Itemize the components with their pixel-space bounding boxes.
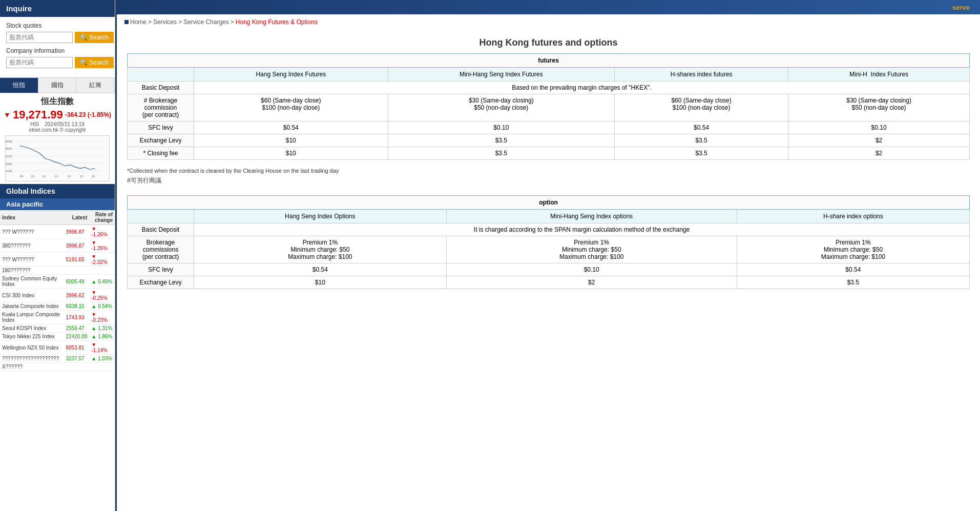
svg-text:19305: 19305 — [6, 162, 13, 166]
table-row: Exchange Levy $10 $3.5 $3.5 $2 — [128, 134, 970, 147]
index-rate: ▼ -1.14% — [89, 341, 115, 355]
svg-text:09: 09 — [20, 175, 24, 178]
breadcrumb-services[interactable]: Services — [153, 18, 177, 26]
list-item: 380??????? 3996.87 ▼ -1.26% — [0, 239, 115, 253]
table-row: Brokerage commissions(per contract) Prem… — [128, 236, 970, 263]
options-col-hsi: Hang Seng Index Options — [194, 210, 447, 223]
search-icon-2: 🔍 — [80, 59, 88, 66]
svg-text:11: 11 — [43, 175, 46, 178]
index-rate: ▼ -2.02% — [89, 253, 115, 267]
table-row: * Closing fee $10 $3.5 $3.5 $2 — [128, 147, 970, 160]
opt-sfc-levy-label: SFC levy — [128, 263, 194, 276]
index-latest: 6005.49 — [64, 275, 90, 289]
closing-fee-label: * Closing fee — [128, 147, 194, 160]
index-rate: ▼ -0.23% — [89, 311, 115, 324]
down-arrow-icon: ▼ — [4, 111, 11, 119]
index-name: X?????? — [0, 363, 64, 371]
svg-text:19415: 19415 — [6, 155, 13, 158]
index-title: 恒生指數 — [0, 93, 115, 108]
tab-heng-seng[interactable]: 恒指 — [0, 78, 38, 93]
stock-chart: .grid-line { stroke: #ddd; stroke-width:… — [5, 135, 110, 181]
opt-brokerage-hsi: Premium 1%Minimum charge: $50Maximum cha… — [194, 236, 447, 263]
sfc-levy-hsi: $0.54 — [194, 121, 388, 134]
index-rate: ▲ 1.03% — [89, 355, 115, 363]
exchange-levy-minih: $2 — [788, 134, 970, 147]
serve-label: serve — [952, 4, 970, 11]
index-latest: 5191.65 — [64, 253, 90, 267]
breadcrumb: Home > Services > Service Charges > Hong… — [117, 14, 980, 30]
indices-table: index Latest Rate of change ??? W?????? … — [0, 210, 115, 371]
brokerage-mini-hsi: $30 (Same-day closing)$50 (non-day close… — [388, 94, 615, 121]
opt-basic-deposit-label: Basic Deposit — [128, 223, 194, 236]
list-item: Sydney Common Equity Index 6005.49 ▲ 0.4… — [0, 275, 115, 289]
exchange-levy-label: Exchange Levy — [128, 134, 194, 147]
opt-sfc-levy-hshares: $0.54 — [737, 263, 969, 276]
index-name: ??? W?????? — [0, 225, 64, 239]
list-item: Jakarta Composite Index 6038.15 ▲ 0.54% — [0, 302, 115, 311]
breadcrumb-service-charges[interactable]: Service Charges — [183, 18, 229, 26]
stock-quotes-section: Stock quotes 🔍 Search Company informatio… — [0, 17, 115, 77]
index-rate: ▼ -0.25% — [89, 289, 115, 302]
svg-text:14: 14 — [68, 175, 71, 178]
breadcrumb-home[interactable]: Home — [130, 18, 147, 26]
stock-search-input[interactable] — [6, 32, 73, 43]
futures-col-hshares: H-shares index futures — [615, 68, 788, 81]
sfc-levy-mini-hsi: $0.10 — [388, 121, 615, 134]
closing-fee-minih: $2 — [788, 147, 970, 160]
index-value: ▼ 19,271.99 -364.23 (-1.85%) — [0, 108, 115, 121]
index-name: 380??????? — [0, 239, 64, 253]
basic-deposit-value: Based on the prevailing margin charges o… — [194, 81, 970, 94]
index-name: Sydney Common Equity Index — [0, 275, 64, 289]
company-search-button[interactable]: 🔍 Search — [75, 57, 114, 68]
breadcrumb-current: Hong Kong Futures & Options — [236, 18, 318, 26]
basic-deposit-label: Basic Deposit — [128, 81, 194, 94]
futures-col-mini-hsi: Mini-Hang Seng Index Futures — [388, 68, 615, 81]
opt-exchange-levy-hsi: $10 — [194, 276, 447, 289]
options-col-hshares: H-share index options — [737, 210, 969, 223]
index-latest: 1743.93 — [64, 311, 90, 324]
list-item: ??? W?????? 3996.87 ▼ -1.26% — [0, 225, 115, 239]
company-search-row: 🔍 Search — [6, 57, 109, 68]
opt-brokerage-label: Brokerage commissions(per contract) — [128, 236, 194, 263]
futures-col-hsi: Hang Seng Index Futures — [194, 68, 388, 81]
tab-hong-chou[interactable]: 紅籌 — [76, 78, 115, 93]
index-rate: ▼ -1.26% — [89, 239, 115, 253]
options-empty-header — [128, 210, 194, 223]
search-icon: 🔍 — [80, 34, 88, 41]
list-item: 180??????? — [0, 267, 115, 275]
index-latest — [64, 267, 90, 275]
table-row: Exchange Levy $10 $2 $3.5 — [128, 276, 970, 289]
closing-fee-hshares: $3.5 — [615, 147, 788, 160]
opt-brokerage-mini-hsi: Premium 1%Minimum charge: $50Maximum cha… — [446, 236, 737, 263]
index-name: ??? W?????? — [0, 253, 64, 267]
tab-guo-zhi[interactable]: 國指 — [38, 78, 77, 93]
list-item: CSI 300 Index 3996.62 ▼ -0.25% — [0, 289, 115, 302]
futures-table: futures Hang Seng Index Futures Mini-Han… — [127, 53, 970, 160]
svg-text:19526: 19526 — [6, 147, 12, 150]
stock-search-button[interactable]: 🔍 Search — [75, 32, 114, 43]
index-latest — [64, 363, 90, 371]
brokerage-hshares: $60 (Same-day close)$100 (non-day close) — [615, 94, 788, 121]
options-section-header: option — [128, 196, 970, 210]
opt-brokerage-hshares: Premium 1%Minimum charge: $50Maximum cha… — [737, 236, 969, 263]
index-name: Tokyo Nikkei 225 Index — [0, 333, 64, 341]
stock-search-row: 🔍 Search — [6, 32, 109, 43]
company-info-label: Company information — [6, 47, 109, 54]
content-area: futures Hang Seng Index Futures Mini-Han… — [117, 53, 980, 307]
index-rate: ▲ 1.31% — [89, 324, 115, 333]
closing-fee-hsi: $10 — [194, 147, 388, 160]
options-table: option Hang Seng Index Options Mini-Hang… — [127, 195, 970, 289]
index-meta: HSI 2024/05/21 13:19 — [0, 121, 115, 127]
index-rate: ▲ 1.86% — [89, 333, 115, 341]
sfc-levy-minih: $0.10 — [788, 121, 970, 134]
table-row: SFC levy $0.54 $0.10 $0.54 $0.10 — [128, 121, 970, 134]
brokerage-label: # Brokerage commission(per contract) — [128, 94, 194, 121]
futures-note2: #可另行商議 — [127, 176, 970, 185]
options-col-mini-hsi: Mini-Hang Seng Index options — [446, 210, 737, 223]
list-item: Kuala Lumpur Composite Index 1743.93 ▼ -… — [0, 311, 115, 324]
index-latest: 3996.87 — [64, 239, 90, 253]
list-item: Seoul KOSPI Index 2556.47 ▲ 1.31% — [0, 324, 115, 333]
index-rate — [89, 267, 115, 275]
brokerage-minih: $30 (Same-day closing)$50 (non-day close… — [788, 94, 970, 121]
company-search-input[interactable] — [6, 57, 73, 68]
